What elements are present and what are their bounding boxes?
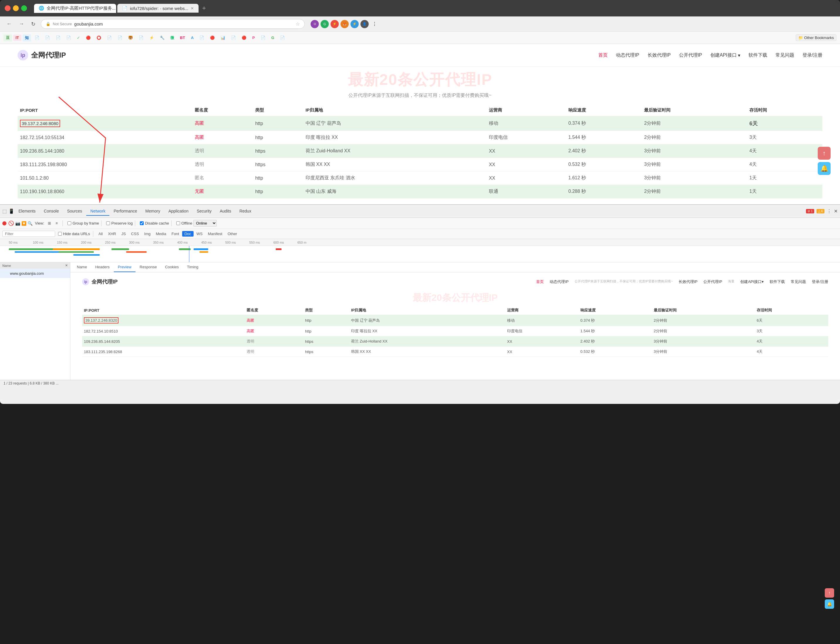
- view-list[interactable]: ≡: [53, 220, 61, 226]
- filter-font[interactable]: Font: [169, 231, 182, 237]
- preview-nav-api[interactable]: 创建API接口▾: [740, 279, 764, 284]
- throttle-select[interactable]: Online Fast 3G Slow 3G: [193, 220, 217, 227]
- devtools-tab-elements[interactable]: Elements: [15, 207, 39, 216]
- ext-icon-3[interactable]: ⚡: [331, 20, 339, 28]
- tab-2[interactable]: 📄 iofu728/spider: · some webs... ✕: [117, 4, 198, 13]
- view-grid[interactable]: ⊞: [46, 220, 53, 226]
- bm-wei[interactable]: 微: [168, 34, 177, 41]
- ext-icon-5[interactable]: ⚡: [350, 20, 359, 28]
- bm-red2[interactable]: 🔴: [239, 34, 249, 41]
- ext-icon-6[interactable]: 👤: [360, 20, 369, 28]
- devtools-tab-redux[interactable]: Redux: [235, 207, 255, 216]
- preview-nav-public[interactable]: 公开代理IP: [703, 279, 722, 284]
- minimize-button[interactable]: [13, 5, 19, 11]
- ext-icon-2[interactable]: G: [321, 20, 329, 28]
- bm-dou[interactable]: 豆: [3, 34, 12, 41]
- devtools-tab-security[interactable]: Security: [193, 207, 216, 216]
- close-button[interactable]: [5, 5, 11, 11]
- group-by-frame-label[interactable]: Group by frame: [67, 221, 99, 225]
- reload-button[interactable]: ↻: [29, 20, 37, 28]
- devtools-tab-performance[interactable]: Performance: [110, 207, 141, 216]
- bm-bt[interactable]: BT: [178, 34, 187, 41]
- bm-a[interactable]: A: [188, 34, 196, 41]
- nav-home[interactable]: 首页: [598, 52, 608, 58]
- devtools-tab-memory[interactable]: Memory: [141, 207, 165, 216]
- nav-dynamic[interactable]: 动态代理IP: [616, 52, 639, 58]
- bookmark-star[interactable]: ☆: [296, 21, 300, 27]
- nav-public[interactable]: 公开代理IP: [679, 52, 702, 58]
- bm-tiger[interactable]: 🐯: [126, 34, 135, 41]
- bm-doc1[interactable]: 📄: [32, 34, 42, 41]
- filter-img[interactable]: Img: [142, 231, 153, 237]
- nav-faq[interactable]: 常见问题: [776, 52, 794, 58]
- device-toggle[interactable]: 📱: [8, 209, 15, 214]
- tab-1[interactable]: 🌐 全网代理IP-高匿HTTP代理IP服务... ✕: [34, 4, 116, 13]
- screenshot-btn[interactable]: 📷: [15, 221, 20, 226]
- devtools-tab-console[interactable]: Console: [39, 207, 63, 216]
- preview-nav-dynamic[interactable]: 动态代理IP: [550, 279, 568, 284]
- preview-nav-home[interactable]: 首页: [536, 279, 544, 284]
- url-text[interactable]: goubanjia.com: [74, 21, 293, 26]
- nav-download[interactable]: 软件下载: [748, 52, 767, 58]
- bm-doc4[interactable]: 📄: [64, 34, 73, 41]
- preserve-log-label[interactable]: Preserve log: [106, 221, 133, 225]
- back-button[interactable]: ←: [5, 20, 13, 28]
- nav-login[interactable]: 登录/注册: [802, 52, 822, 58]
- group-by-frame-cb[interactable]: [67, 221, 71, 225]
- bm-doc9[interactable]: 📄: [229, 34, 238, 41]
- search-btn[interactable]: 🔍: [28, 221, 33, 226]
- filter-toggle[interactable]: 🔽: [21, 221, 26, 226]
- bm-chart[interactable]: 📊: [218, 34, 228, 41]
- bm-zhi[interactable]: 知: [23, 34, 31, 41]
- more-options[interactable]: ⋮: [370, 20, 379, 28]
- record-btn[interactable]: [2, 221, 7, 225]
- offline-label[interactable]: Offline: [176, 221, 192, 225]
- filter-css[interactable]: CSS: [129, 231, 141, 237]
- bm-doc8[interactable]: 📄: [197, 34, 206, 41]
- devtools-close[interactable]: ✕: [834, 209, 838, 214]
- tab-close-2[interactable]: ✕: [191, 6, 194, 11]
- detail-tab-cookies[interactable]: Cookies: [161, 263, 183, 272]
- bm-p[interactable]: P: [250, 34, 257, 41]
- nav-longterm[interactable]: 长效代理IP: [648, 52, 671, 58]
- devtools-tab-application[interactable]: Application: [164, 207, 193, 216]
- hide-data-urls-label[interactable]: Hide data URLs: [58, 232, 90, 236]
- offline-cb[interactable]: [176, 221, 180, 225]
- filter-other[interactable]: Other: [225, 231, 240, 237]
- hide-data-urls-cb[interactable]: [58, 232, 62, 236]
- filter-xhr[interactable]: XHR: [106, 231, 118, 237]
- bm-it[interactable]: IT: [13, 34, 21, 41]
- preview-nav-download[interactable]: 软件下载: [770, 279, 785, 284]
- detail-tab-response[interactable]: Response: [136, 263, 161, 272]
- bm-doc2[interactable]: 📄: [43, 34, 52, 41]
- address-bar[interactable]: 🔒 Not Secure goubanjia.com ☆: [41, 19, 305, 29]
- bm-g[interactable]: G: [269, 34, 277, 41]
- bm-orange[interactable]: ⭕: [94, 34, 103, 41]
- filter-media[interactable]: Media: [153, 231, 169, 237]
- disable-cache-cb[interactable]: [140, 221, 144, 225]
- new-tab-button[interactable]: +: [200, 4, 208, 12]
- forward-button[interactable]: →: [17, 20, 26, 28]
- filter-manifest[interactable]: Manifest: [206, 231, 225, 237]
- clear-btn[interactable]: 🚫: [8, 220, 14, 226]
- bm-doc5[interactable]: 📄: [105, 34, 114, 41]
- bm-gear[interactable]: 🔧: [157, 34, 167, 41]
- close-panel[interactable]: ✕: [65, 264, 68, 268]
- devtools-tab-network[interactable]: Network: [86, 207, 110, 216]
- scroll-top-button[interactable]: ↑: [818, 147, 830, 160]
- ext-icon-1[interactable]: ⊙: [311, 20, 319, 28]
- maximize-button[interactable]: [21, 5, 27, 11]
- detail-tab-timing[interactable]: Timing: [183, 263, 203, 272]
- filter-ws[interactable]: WS: [194, 231, 205, 237]
- filter-doc[interactable]: Doc: [182, 231, 193, 237]
- devtools-tab-audits[interactable]: Audits: [216, 207, 235, 216]
- notification-button[interactable]: 🔔: [818, 162, 830, 175]
- filter-all[interactable]: All: [96, 231, 105, 237]
- disable-cache-label[interactable]: Disable cache: [140, 221, 169, 225]
- other-bookmarks[interactable]: 📁 Other Bookmarks: [796, 34, 837, 41]
- bm-flash[interactable]: ⚡: [147, 34, 156, 41]
- bm-doc3[interactable]: 📄: [53, 34, 63, 41]
- bm-doc11[interactable]: 📄: [278, 34, 287, 41]
- filter-js[interactable]: JS: [119, 231, 128, 237]
- detail-tab-headers[interactable]: Headers: [91, 263, 114, 272]
